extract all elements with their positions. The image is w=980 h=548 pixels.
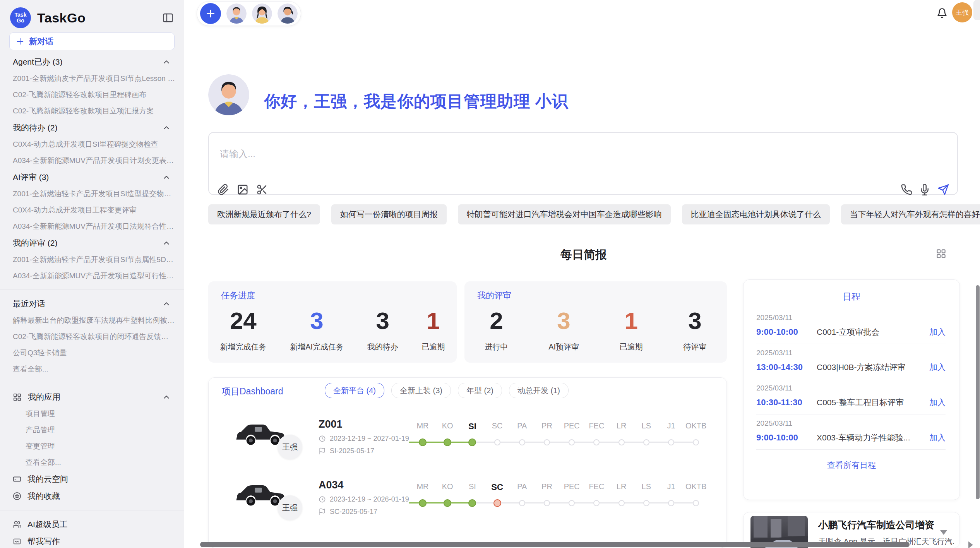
dashboard-tab[interactable]: 全新上装 (3) — [391, 383, 451, 398]
app-item[interactable]: 产品管理 — [0, 422, 184, 438]
conversation-avatar-3[interactable] — [278, 3, 298, 24]
suggestion-chip-partial[interactable] — [973, 0, 980, 20]
stat-item: 3待评审 — [684, 308, 707, 352]
notification-bell-icon[interactable] — [937, 8, 947, 19]
recent-chat-item[interactable]: 查看全部... — [0, 361, 184, 377]
sidebar-item[interactable]: A034-全新新能源MUV产品开发项目计划变更表编写 — [0, 152, 184, 169]
sidebar-item[interactable]: C0X4-动力总成开发项目工程变更评审 — [0, 202, 184, 218]
milestone-label: PEC — [564, 482, 580, 491]
sidebar: Task Go TaskGo 新对话 Agent已办 (3)Z001-全新燃油皮… — [0, 0, 184, 548]
sidebar-item[interactable]: C02-飞腾新能源轻客改款项目立项汇报方案 — [0, 103, 184, 119]
assistant-avatar — [208, 74, 249, 115]
sidebar-section-title: Agent已办 (3) — [13, 57, 62, 67]
dashboard-tab[interactable]: 全新平台 (4) — [325, 383, 384, 398]
sidebar-item[interactable]: C0X4-动力总成开发项目SI里程碑提交物检查 — [0, 136, 184, 152]
send-icon[interactable] — [937, 184, 949, 195]
flag-icon — [319, 508, 326, 515]
sidebar-item[interactable]: A034-全新新能源MUV产品开发项目法规符合性评审 — [0, 218, 184, 235]
sidebar-section-title: 我的待办 (2) — [13, 122, 58, 133]
project-dates-text: 2023-12-19 ~ 2026-01-19 — [330, 495, 409, 503]
microphone-icon[interactable] — [919, 184, 930, 195]
milestone-dot — [419, 438, 427, 446]
chat-input[interactable] — [219, 148, 762, 160]
sidebar-我的收藏[interactable]: 我的收藏 — [0, 488, 184, 505]
recent-chat-item[interactable]: 公司Q3轻卡销量 — [0, 345, 184, 361]
app-item[interactable]: 项目管理 — [0, 406, 184, 422]
flag-icon — [319, 447, 326, 455]
sidebar-section-header[interactable]: AI评审 (3) — [0, 169, 184, 186]
milestone-label: SI — [468, 421, 476, 432]
suggestion-chip[interactable]: 比亚迪全固态电池计划具体说了什么 — [682, 204, 830, 224]
event-join-link[interactable]: 加入 — [929, 362, 946, 373]
recent-chats-header[interactable]: 最近对话 — [0, 295, 184, 312]
milestone-dot — [444, 499, 451, 507]
greeting-text: 你好，王强，我是你的项目管理助理 小识 — [264, 91, 569, 112]
conversation-avatar-2[interactable] — [252, 3, 272, 24]
user-avatar[interactable]: 王强 — [952, 2, 972, 22]
event-time: 13:00-14:30 — [756, 362, 817, 372]
milestone-label: FEC — [589, 421, 604, 430]
recent-chats-title: 最近对话 — [13, 298, 45, 309]
brief-layout-icon[interactable] — [936, 248, 946, 259]
stat-item: 24新增完成任务 — [220, 308, 266, 352]
event-row: 9:00-10:00X003-车辆动力学性能验...加入 — [756, 432, 946, 443]
vertical-scrollbar[interactable] — [976, 285, 980, 499]
sidebar-item[interactable]: Z001-全新燃油轻卡产品开发项目SI造型提交物评审 — [0, 186, 184, 202]
sidebar-section-header[interactable]: Agent已办 (3) — [0, 53, 184, 70]
app-title: TaskGo — [37, 10, 86, 26]
sidebar-tool[interactable]: AI超级员工 — [0, 516, 184, 533]
add-conversation-button[interactable] — [200, 3, 221, 24]
users-icon — [13, 520, 21, 529]
stat-label: 进行中 — [485, 342, 508, 352]
suggestion-chip[interactable]: 如何写一份清晰的项目周报 — [331, 204, 447, 224]
sidebar-section-header[interactable]: 我的评审 (2) — [0, 235, 184, 252]
milestone-label: J1 — [667, 421, 675, 430]
box-icon — [13, 475, 21, 483]
suggestion-chip[interactable]: 当下年轻人对汽车外观有怎样的喜好趋势 — [841, 204, 980, 224]
app-item[interactable]: 查看全部... — [0, 454, 184, 471]
sidebar-item[interactable]: C02-飞腾新能源轻客改款项目里程碑画布 — [0, 87, 184, 103]
horizontal-scrollbar[interactable] — [200, 542, 910, 547]
screenshot-icon[interactable] — [256, 184, 268, 195]
scroll-down-arrow[interactable] — [940, 530, 947, 535]
sidebar-item[interactable]: A034-全新新能源MUV产品开发项目造型可行性评审 — [0, 268, 184, 284]
stat-label: 新增AI完成任务 — [290, 342, 344, 352]
dashboard-tab[interactable]: 年型 (2) — [458, 383, 502, 398]
stat-value: 3 — [290, 308, 344, 333]
collapse-sidebar-icon[interactable] — [162, 12, 174, 24]
dashboard-tab[interactable]: 动总开发 (1) — [509, 383, 569, 398]
sidebar-section-header[interactable]: 我的待办 (2) — [0, 119, 184, 136]
sidebar-item[interactable]: Z001-全新燃油轻卡产品开发项目SI节点属性5D文件评审 — [0, 252, 184, 268]
scroll-right-arrow[interactable] — [968, 541, 973, 548]
stat-item: 3新增AI完成任务 — [290, 308, 344, 352]
attach-file-icon[interactable] — [218, 184, 229, 195]
sidebar-item[interactable]: Z001-全新燃油皮卡产品开发项目SI节点Lesson Learn报告 — [0, 70, 184, 87]
recent-chat-item[interactable]: 解释最新出台的欧盟报废车法规再生塑料比例被调至15%... — [0, 312, 184, 329]
stat-label: 新增完成任务 — [220, 342, 266, 352]
new-chat-button[interactable]: 新对话 — [9, 33, 175, 50]
app-item[interactable]: 变更管理 — [0, 438, 184, 454]
dashboard-title: 项目Dashboard — [222, 385, 283, 397]
sidebar-我的云空间[interactable]: 我的云空间 — [0, 471, 184, 488]
write-icon — [13, 537, 21, 546]
sidebar-tool[interactable]: 帮我写作 — [0, 533, 184, 548]
suggestion-chip[interactable]: 欧洲新规最近颁布了什么? — [208, 204, 320, 224]
voice-call-icon[interactable] — [901, 184, 912, 195]
event-join-link[interactable]: 加入 — [929, 327, 946, 337]
stat-value: 2 — [485, 308, 508, 333]
attach-image-icon[interactable] — [237, 184, 248, 195]
view-all-schedule-link[interactable]: 查看所有日程 — [744, 460, 959, 471]
milestone-label: FEC — [589, 482, 604, 491]
milestone-dot — [593, 439, 600, 445]
suggestion-chip[interactable]: 特朗普可能对进口汽车增税会对中国车企造成哪些影响 — [458, 204, 671, 224]
sidebar-section-title: AI评审 (3) — [13, 172, 49, 183]
project-flag: SI-2025-05-17 — [319, 447, 374, 455]
conversation-avatar-1[interactable] — [226, 3, 247, 24]
event-join-link[interactable]: 加入 — [929, 432, 946, 443]
event-name: C003|H0B-方案冻结评审 — [817, 362, 929, 373]
recent-chat-item[interactable]: C02-飞腾新能源轻客改款项目的闭环通告反馈情况 — [0, 329, 184, 345]
sidebar-link-label: 我的收藏 — [27, 491, 60, 502]
my-apps-header[interactable]: 我的应用 — [0, 389, 184, 406]
event-row: 10:30-11:30C005-整车工程目标评审加入 — [756, 397, 946, 408]
event-join-link[interactable]: 加入 — [929, 397, 946, 408]
